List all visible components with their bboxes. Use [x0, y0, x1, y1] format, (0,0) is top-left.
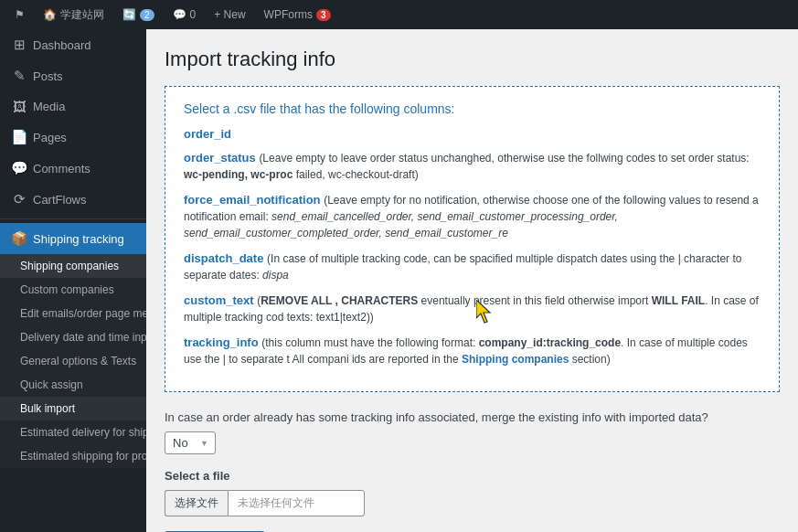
general-options-label: General options & Texts: [20, 355, 136, 367]
field-row-force-email: force_email_notification (Leave empty fo…: [184, 192, 761, 241]
merge-question: In case an order already has some tracki…: [165, 410, 780, 424]
page-title: Import tracking info: [165, 48, 780, 71]
sidebar-item-bulk-import[interactable]: Bulk import: [0, 397, 146, 420]
pages-icon: 📄: [11, 129, 27, 145]
sidebar-item-dashboard[interactable]: ⊞ Dashboard: [0, 29, 146, 60]
tracking-info-desc: (this column must have the following for…: [184, 336, 748, 366]
sidebar-item-label: Pages: [33, 131, 67, 144]
sidebar-item-shipping-companies[interactable]: Shipping companies: [0, 254, 146, 278]
wpforms-badge: 3: [316, 9, 331, 21]
admin-bar: ⚑ 🏠 学建站网 🔄 2 💬 0 + New WPForms 3: [0, 0, 798, 29]
site-name: 学建站网: [60, 7, 104, 23]
file-name-display: 未选择任何文件: [228, 490, 365, 516]
file-section: Select a file 选择文件 未选择任何文件: [165, 469, 780, 516]
sidebar-item-label: Shipping tracking: [33, 232, 124, 246]
sidebar-item-delivery-date[interactable]: Delivery date and time input fields: [0, 325, 146, 349]
sidebar-item-edit-emails[interactable]: Edit emails/order page messages: [0, 302, 146, 325]
dispatch-date-desc: (In case of multiple tracking code, can …: [184, 252, 741, 282]
quick-assign-label: Quick assign: [20, 378, 83, 391]
updates-icon: 🔄: [122, 8, 136, 21]
sidebar-sub-menu: Shipping companies Custom companies Edit…: [0, 254, 146, 468]
posts-icon: ✎: [11, 68, 27, 84]
comments-count: 0: [190, 8, 197, 21]
cartflows-icon: ⟳: [11, 191, 27, 207]
dispatch-date-field-name: dispatch_date: [184, 251, 263, 265]
sidebar-item-estimated-delivery[interactable]: Estimated delivery for shipping rate: [0, 420, 146, 444]
choose-file-button[interactable]: 选择文件: [165, 490, 228, 516]
field-row-order-id: order_id: [184, 127, 761, 141]
field-row-tracking-info: tracking_info (this column must have the…: [184, 335, 761, 367]
updates-badge: 2: [140, 9, 154, 21]
new-label: + New: [214, 8, 245, 21]
sidebar-item-label: Comments: [33, 162, 90, 176]
shipping-companies-label: Shipping companies: [20, 260, 119, 272]
comments-item[interactable]: 💬 0: [165, 0, 204, 29]
sidebar-item-label: CartFlows: [33, 193, 87, 207]
media-icon: 🖼: [11, 99, 27, 114]
updates-item[interactable]: 🔄 2: [115, 0, 162, 29]
comments-icon: 💬: [173, 8, 186, 21]
sidebar-item-label: Posts: [33, 69, 63, 83]
custom-text-field-name: custom_text: [184, 293, 254, 307]
sidebar-item-label: Dashboard: [33, 38, 91, 52]
bulk-import-label: Bulk import: [20, 402, 75, 415]
merge-section: In case an order already has some tracki…: [165, 410, 780, 454]
main-content: Import tracking info Select a .csv file …: [146, 29, 798, 532]
dashboard-icon: ⊞: [11, 37, 27, 53]
sidebar-item-general-options[interactable]: General options & Texts: [0, 349, 146, 373]
sidebar: ⊞ Dashboard ✎ Posts 🖼 Media 📄 Pages 💬 Co…: [0, 29, 146, 532]
field-row-custom-text: custom_text (REMOVE ALL , CHARACTERS eve…: [184, 293, 761, 325]
sidebar-item-posts[interactable]: ✎ Posts: [0, 60, 146, 91]
file-input-row: 选择文件 未选择任何文件: [165, 490, 780, 516]
sidebar-item-custom-companies[interactable]: Custom companies: [0, 278, 146, 302]
force-email-field-name: force_email_notification: [184, 193, 321, 207]
sidebar-item-media[interactable]: 🖼 Media: [0, 91, 146, 122]
sidebar-divider: [0, 218, 146, 219]
estimated-delivery-label: Estimated delivery for shipping rate: [20, 426, 146, 439]
wp-logo-icon: ⚑: [15, 8, 25, 21]
delivery-date-label: Delivery date and time input fields: [20, 331, 146, 344]
field-row-order-status: order_status (Leave empty to leave order…: [184, 150, 761, 183]
order-id-field-name: order_id: [184, 127, 231, 141]
field-row-dispatch-date: dispatch_date (In case of multiple track…: [184, 250, 761, 283]
csv-info-box: Select a .csv file that has the followin…: [165, 86, 780, 392]
estimated-shipping-label: Estimated shipping for products: [20, 450, 146, 463]
tracking-info-field-name: tracking_info: [184, 335, 259, 349]
sidebar-item-estimated-shipping[interactable]: Estimated shipping for products: [0, 444, 146, 468]
home-icon: 🏠: [43, 8, 57, 21]
custom-text-desc: (REMOVE ALL , CHARACTERS eventually pres…: [184, 294, 759, 324]
edit-emails-label: Edit emails/order page messages: [20, 307, 146, 320]
order-status-desc: (Leave empty to leave order status uncha…: [184, 152, 750, 181]
custom-companies-label: Custom companies: [20, 283, 114, 296]
sidebar-item-quick-assign[interactable]: Quick assign: [0, 373, 146, 397]
csv-section-label: Select a .csv file that has the followin…: [184, 101, 761, 116]
wpforms-label: WPForms: [264, 8, 313, 21]
new-item[interactable]: + New: [207, 0, 252, 29]
file-section-label: Select a file: [165, 469, 780, 483]
comments-nav-icon: 💬: [11, 160, 27, 176]
sidebar-item-label: Media: [33, 100, 65, 113]
merge-select-wrapper[interactable]: No Yes: [165, 431, 216, 454]
shipping-tracking-icon: 📦: [11, 230, 27, 247]
sidebar-item-pages[interactable]: 📄 Pages: [0, 122, 146, 153]
order-status-field-name: order_status: [184, 151, 256, 165]
sidebar-item-cartflows[interactable]: ⟳ CartFlows: [0, 184, 146, 215]
merge-select[interactable]: No Yes: [165, 431, 216, 454]
site-home-item[interactable]: 🏠 学建站网: [36, 0, 112, 29]
wp-logo-item[interactable]: ⚑: [7, 0, 32, 29]
sidebar-item-comments[interactable]: 💬 Comments: [0, 153, 146, 184]
wpforms-item[interactable]: WPForms 3: [257, 0, 338, 29]
sidebar-item-shipping-tracking[interactable]: 📦 Shipping tracking: [0, 223, 146, 254]
